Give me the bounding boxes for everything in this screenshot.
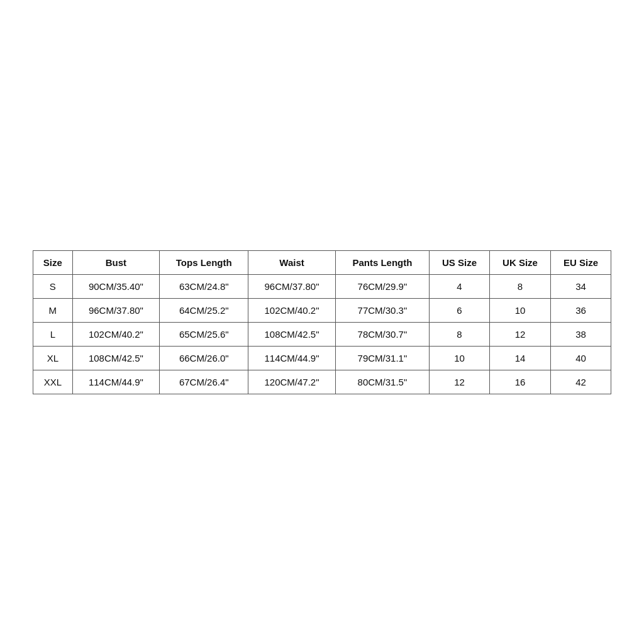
cell-us-size: 10 bbox=[430, 346, 490, 370]
cell-waist: 114CM/44.9" bbox=[248, 346, 336, 370]
cell-tops-length: 66CM/26.0" bbox=[160, 346, 248, 370]
page-container: Size Bust Tops Length Waist Pants Length… bbox=[0, 0, 644, 644]
cell-eu-size: 40 bbox=[551, 346, 611, 370]
col-header-uk-size: UK Size bbox=[489, 250, 550, 274]
cell-uk-size: 14 bbox=[489, 346, 550, 370]
cell-uk-size: 10 bbox=[489, 298, 550, 322]
cell-pants-length: 77CM/30.3" bbox=[335, 298, 429, 322]
cell-waist: 108CM/42.5" bbox=[248, 322, 336, 346]
cell-eu-size: 34 bbox=[551, 274, 611, 298]
table-row: XXL114CM/44.9"67CM/26.4"120CM/47.2"80CM/… bbox=[33, 370, 611, 394]
cell-eu-size: 42 bbox=[551, 370, 611, 394]
size-chart-table: Size Bust Tops Length Waist Pants Length… bbox=[33, 250, 611, 394]
cell-tops-length: 63CM/24.8" bbox=[160, 274, 248, 298]
cell-us-size: 6 bbox=[430, 298, 490, 322]
cell-pants-length: 79CM/31.1" bbox=[335, 346, 429, 370]
col-header-size: Size bbox=[33, 250, 73, 274]
col-header-tops-length: Tops Length bbox=[160, 250, 248, 274]
cell-bust: 102CM/40.2" bbox=[72, 322, 160, 346]
cell-uk-size: 8 bbox=[489, 274, 550, 298]
cell-waist: 120CM/47.2" bbox=[248, 370, 336, 394]
cell-size: XL bbox=[33, 346, 73, 370]
table-row: S90CM/35.40"63CM/24.8"96CM/37.80"76CM/29… bbox=[33, 274, 611, 298]
cell-bust: 90CM/35.40" bbox=[72, 274, 160, 298]
cell-eu-size: 36 bbox=[551, 298, 611, 322]
cell-size: S bbox=[33, 274, 73, 298]
col-header-us-size: US Size bbox=[430, 250, 490, 274]
cell-eu-size: 38 bbox=[551, 322, 611, 346]
cell-us-size: 4 bbox=[430, 274, 490, 298]
cell-size: L bbox=[33, 322, 73, 346]
cell-bust: 114CM/44.9" bbox=[72, 370, 160, 394]
cell-pants-length: 80CM/31.5" bbox=[335, 370, 429, 394]
cell-waist: 102CM/40.2" bbox=[248, 298, 336, 322]
cell-size: M bbox=[33, 298, 73, 322]
cell-tops-length: 64CM/25.2" bbox=[160, 298, 248, 322]
cell-size: XXL bbox=[33, 370, 73, 394]
cell-tops-length: 67CM/26.4" bbox=[160, 370, 248, 394]
table-row: L102CM/40.2"65CM/25.6"108CM/42.5"78CM/30… bbox=[33, 322, 611, 346]
size-chart-wrapper: Size Bust Tops Length Waist Pants Length… bbox=[33, 250, 611, 394]
cell-waist: 96CM/37.80" bbox=[248, 274, 336, 298]
col-header-eu-size: EU Size bbox=[551, 250, 611, 274]
cell-bust: 96CM/37.80" bbox=[72, 298, 160, 322]
cell-us-size: 12 bbox=[430, 370, 490, 394]
cell-us-size: 8 bbox=[430, 322, 490, 346]
cell-uk-size: 16 bbox=[489, 370, 550, 394]
table-row: XL108CM/42.5"66CM/26.0"114CM/44.9"79CM/3… bbox=[33, 346, 611, 370]
col-header-bust: Bust bbox=[72, 250, 160, 274]
table-row: M96CM/37.80"64CM/25.2"102CM/40.2"77CM/30… bbox=[33, 298, 611, 322]
cell-pants-length: 78CM/30.7" bbox=[335, 322, 429, 346]
col-header-pants-length: Pants Length bbox=[335, 250, 429, 274]
cell-pants-length: 76CM/29.9" bbox=[335, 274, 429, 298]
col-header-waist: Waist bbox=[248, 250, 336, 274]
cell-tops-length: 65CM/25.6" bbox=[160, 322, 248, 346]
table-header-row: Size Bust Tops Length Waist Pants Length… bbox=[33, 250, 611, 274]
cell-uk-size: 12 bbox=[489, 322, 550, 346]
cell-bust: 108CM/42.5" bbox=[72, 346, 160, 370]
